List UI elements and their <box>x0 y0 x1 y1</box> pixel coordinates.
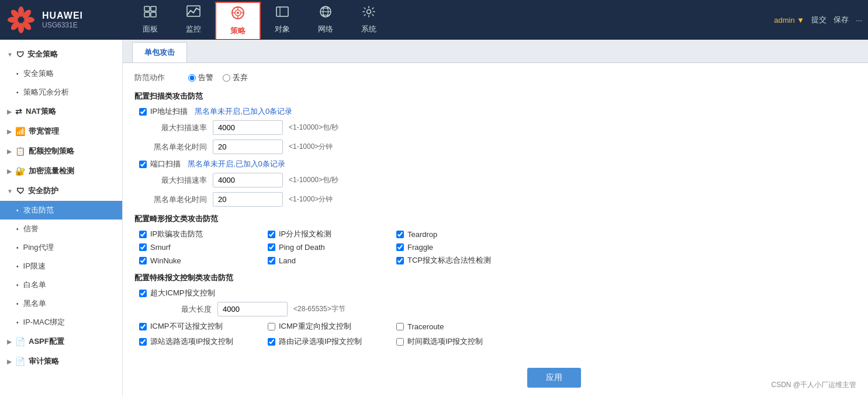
tcp-flag-text: TCP报文标志合法性检测 <box>407 255 491 266</box>
nav-network[interactable]: 网络 <box>304 0 347 40</box>
icmp-redirect-label[interactable]: ICMP重定向报文控制 <box>268 321 396 332</box>
winnuke-checkbox[interactable] <box>139 257 147 264</box>
nav-object[interactable]: 对象 <box>261 0 304 40</box>
submit-button[interactable]: 提交 <box>811 15 826 25</box>
port-scan-checkbox-label[interactable]: 端口扫描 <box>139 159 181 169</box>
teardrop-label[interactable]: Teardrop <box>396 230 525 239</box>
audit-label: 审计策略 <box>29 356 59 367</box>
icmp-unreachable-label[interactable]: ICMP不可达报文控制 <box>139 321 268 332</box>
sidebar-group-bandwidth-header[interactable]: ▶ 📶 带宽管理 <box>0 121 122 141</box>
ip-scan-checkbox[interactable] <box>139 108 147 116</box>
icmp-large-checkbox[interactable] <box>139 290 147 297</box>
sidebar-item-ip-limit[interactable]: • IP限速 <box>0 257 122 276</box>
fraggle-text: Fraggle <box>407 243 433 252</box>
radio-discard-label: 丢弃 <box>233 72 248 83</box>
encrypt-label: 加密流量检测 <box>29 166 74 176</box>
icmp-unreachable-checkbox[interactable] <box>139 323 147 330</box>
land-label[interactable]: Land <box>268 256 396 265</box>
sidebar-item-policy-redundancy[interactable]: • 策略冗余分析 <box>0 83 122 102</box>
smurf-label[interactable]: Smurf <box>139 243 268 252</box>
route-record-label[interactable]: 路由记录选项IP报文控制 <box>268 336 396 347</box>
sidebar-item-attack-defense[interactable]: • 攻击防范 <box>0 201 122 220</box>
teardrop-checkbox[interactable] <box>396 231 404 238</box>
blacklist-age2-input[interactable] <box>213 192 283 207</box>
save-button[interactable]: 保存 <box>834 15 849 25</box>
radio-discard-input[interactable] <box>223 74 230 82</box>
tcp-flag-checkbox[interactable] <box>396 257 404 264</box>
ip-frag-label[interactable]: IP分片报文检测 <box>268 229 396 239</box>
sidebar-item-reputation[interactable]: • 信誉 <box>0 220 122 238</box>
source-route-label[interactable]: 源站选路选项IP报文控制 <box>139 336 268 347</box>
nav-monitor[interactable]: 监控 <box>172 0 215 40</box>
more-button[interactable]: ··· <box>856 16 862 25</box>
ip-scan-label: IP地址扫描 <box>150 106 188 117</box>
ip-scan-link[interactable]: 黑名单未开启,已加入0条记录 <box>195 106 292 117</box>
blacklist-age-input[interactable] <box>213 140 283 154</box>
tcp-flag-label[interactable]: TCP报文标志合法性检测 <box>396 255 525 266</box>
sidebar: ▼ 🛡 安全策略 • 安全策略 • 策略冗余分析 ▶ ⇄ NAT策略 <box>0 40 123 397</box>
section-deformed-title: 配置畸形报文类攻击防范 <box>134 214 856 224</box>
time-select-checkbox[interactable] <box>396 338 404 346</box>
port-scan-link[interactable]: 黑名单未开启,已加入0条记录 <box>188 159 285 169</box>
fraggle-checkbox[interactable] <box>396 243 404 251</box>
defense-action-label: 防范动作 <box>134 72 181 83</box>
radio-group-defense: 告警 丢弃 <box>188 72 248 83</box>
sidebar-item-ping-proxy[interactable]: • Ping代理 <box>0 238 122 257</box>
ping-death-label[interactable]: Ping of Death <box>268 243 396 252</box>
radio-alert[interactable]: 告警 <box>188 72 213 83</box>
icmp-large-label[interactable]: 超大ICMP报文控制 <box>139 288 856 298</box>
icmp-redirect-checkbox[interactable] <box>268 323 275 330</box>
fraggle-label[interactable]: Fraggle <box>396 243 525 252</box>
ip-spoof-checkbox[interactable] <box>139 231 147 238</box>
traceroute-label[interactable]: Traceroute <box>396 322 525 331</box>
security-protect-label: 安全防护 <box>28 186 58 196</box>
radio-alert-input[interactable] <box>188 74 196 82</box>
svg-point-27 <box>367 10 371 14</box>
ip-spoof-label[interactable]: IP欺骗攻击防范 <box>139 229 268 239</box>
sidebar-group-security-policy-header[interactable]: ▼ 🛡 安全策略 <box>0 44 122 64</box>
sidebar-group-security-protect-header[interactable]: ▼ 🛡 安全防护 <box>0 181 122 201</box>
nav-panel[interactable]: 面板 <box>129 0 172 40</box>
land-checkbox[interactable] <box>268 257 275 264</box>
sidebar-group-nat-header[interactable]: ▶ ⇄ NAT策略 <box>0 102 122 121</box>
tab-single-packet[interactable]: 单包攻击 <box>132 42 187 62</box>
system-icon <box>362 5 376 22</box>
logo-area: HUAWEI USG6331E <box>6 6 129 34</box>
max-scan-rate2-row: 最大扫描速率 <1-10000>包/秒 <box>134 173 856 187</box>
admin-button[interactable]: admin ▼ <box>774 16 804 25</box>
sidebar-item-security-policy[interactable]: • 安全策略 <box>0 64 122 83</box>
time-select-text: 时间戳选项IP报文控制 <box>407 336 483 347</box>
sidebar-group-aspf-header[interactable]: ▶ 📄 ASPF配置 <box>0 332 122 351</box>
apply-button[interactable]: 应用 <box>527 368 581 388</box>
source-route-checkbox[interactable] <box>139 338 147 346</box>
smurf-checkbox[interactable] <box>139 243 147 251</box>
ip-scan-checkbox-label[interactable]: IP地址扫描 <box>139 106 188 117</box>
svg-rect-12 <box>187 6 200 16</box>
sidebar-item-ip-mac[interactable]: • IP-MAC绑定 <box>0 313 122 332</box>
ping-death-checkbox[interactable] <box>268 243 275 251</box>
sidebar-group-quota: ▶ 📋 配额控制策略 <box>0 141 122 161</box>
bullet-icon: • <box>16 71 19 77</box>
sidebar-group-audit-header[interactable]: ▶ 📄 审计策略 <box>0 351 122 371</box>
nav-system[interactable]: 系统 <box>347 0 390 40</box>
time-select-label[interactable]: 时间戳选项IP报文控制 <box>396 336 525 347</box>
sidebar-group-quota-header[interactable]: ▶ 📋 配额控制策略 <box>0 141 122 161</box>
strategy-icon <box>231 6 245 23</box>
route-record-checkbox[interactable] <box>268 338 275 346</box>
max-scan-rate2-input[interactable] <box>213 173 283 187</box>
winnuke-label[interactable]: WinNuke <box>139 256 268 265</box>
nat-icon: ⇄ <box>15 107 22 116</box>
radio-discard[interactable]: 丢弃 <box>223 72 248 83</box>
ip-frag-text: IP分片报文检测 <box>279 229 331 239</box>
ip-frag-checkbox[interactable] <box>268 231 275 238</box>
max-scan-rate2-hint: <1-10000>包/秒 <box>289 175 338 185</box>
port-scan-checkbox[interactable] <box>139 161 147 168</box>
max-scan-rate-input[interactable] <box>213 120 283 135</box>
nav-strategy[interactable]: 策略 <box>215 2 261 39</box>
object-icon <box>275 5 289 22</box>
sidebar-item-blacklist[interactable]: • 黑名单 <box>0 294 122 313</box>
sidebar-item-whitelist[interactable]: • 白名单 <box>0 276 122 294</box>
sidebar-group-encrypt-header[interactable]: ▶ 🔐 加密流量检测 <box>0 161 122 181</box>
traceroute-checkbox[interactable] <box>396 323 404 330</box>
max-length-input[interactable] <box>217 302 288 316</box>
